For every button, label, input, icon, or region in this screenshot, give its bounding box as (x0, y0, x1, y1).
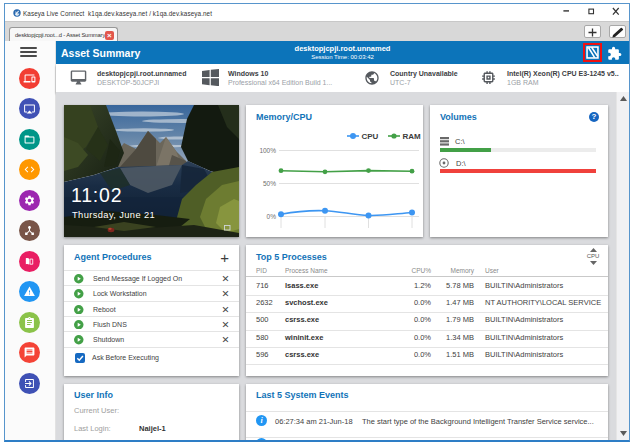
svg-text:Thursday, June 21: Thursday, June 21 (72, 210, 155, 220)
svg-text:CPU: CPU (362, 132, 379, 141)
svg-text:RAM: RAM (403, 132, 422, 141)
svg-text:0%: 0% (267, 213, 277, 220)
svg-text:100%: 100% (259, 147, 276, 154)
svg-text:50%: 50% (263, 180, 276, 187)
svg-text:11:02: 11:02 (71, 184, 122, 206)
